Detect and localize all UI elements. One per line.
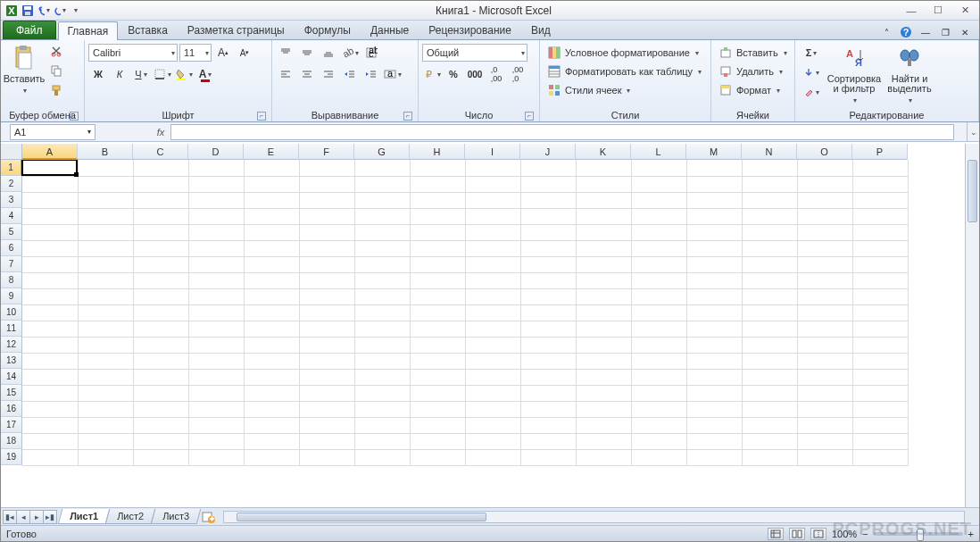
cell[interactable] [520,208,576,224]
cell[interactable] [188,272,244,288]
cell[interactable] [576,321,631,337]
cell[interactable] [465,224,520,240]
clipboard-dialog-launcher[interactable]: ⌐ [70,112,79,121]
view-page-break-icon[interactable] [810,528,826,540]
column-header[interactable]: O [797,144,852,160]
cell[interactable] [188,353,244,369]
cell[interactable] [188,417,244,433]
cell[interactable] [78,433,133,449]
cell[interactable] [576,353,631,369]
cell[interactable] [465,353,520,369]
cell[interactable] [852,449,908,465]
save-icon[interactable] [21,4,35,18]
cell[interactable] [520,433,576,449]
row-header[interactable]: 14 [1,369,22,385]
cell[interactable] [576,288,631,304]
fill-button[interactable]: ▾ [799,63,824,81]
cell[interactable] [188,256,244,272]
cell[interactable] [797,369,852,385]
cell[interactable] [686,192,742,208]
row-header[interactable]: 11 [1,321,22,337]
cell[interactable] [465,256,520,272]
cell[interactable] [410,208,465,224]
name-box[interactable]: A1▾ [10,124,96,140]
window-minimize-icon[interactable]: — [918,25,933,39]
cell[interactable] [631,353,686,369]
align-middle-icon[interactable] [297,44,317,62]
cell[interactable] [742,337,797,353]
cell[interactable] [797,224,852,240]
cell[interactable] [78,272,133,288]
cell[interactable] [188,433,244,449]
cell[interactable] [852,433,908,449]
cell[interactable] [631,321,686,337]
cell[interactable] [686,385,742,401]
percent-format-icon[interactable]: % [444,65,463,83]
cell[interactable] [742,385,797,401]
cell[interactable] [22,160,78,176]
cell[interactable] [299,304,354,321]
insert-cells-button[interactable]: Вставить▾ [715,44,791,62]
cell[interactable] [354,304,410,321]
row-header[interactable]: 16 [1,401,22,417]
cell[interactable] [299,321,354,337]
cell[interactable] [576,417,631,433]
cell[interactable] [22,385,78,401]
cell[interactable] [78,224,133,240]
cell[interactable] [299,176,354,192]
cell[interactable] [354,160,410,176]
cell[interactable] [410,449,465,465]
cell[interactable] [520,240,576,256]
cell[interactable] [520,288,576,304]
cell[interactable] [78,288,133,304]
cell[interactable] [465,304,520,321]
cell[interactable] [22,417,78,433]
sort-filter-button[interactable]: АЯ Сортировка и фильтр▾ [826,42,882,106]
tab-data[interactable]: Данные [361,21,419,39]
cell[interactable] [852,417,908,433]
row-header[interactable]: 6 [1,240,22,256]
tab-page-layout[interactable]: Разметка страницы [178,21,295,39]
cell[interactable] [631,288,686,304]
tab-insert[interactable]: Вставка [118,21,178,39]
cell[interactable] [686,449,742,465]
cell[interactable] [78,449,133,465]
cell[interactable] [299,288,354,304]
cell[interactable] [797,256,852,272]
cell[interactable] [465,192,520,208]
cell[interactable] [244,224,299,240]
column-header[interactable]: N [742,144,797,160]
cell[interactable] [188,449,244,465]
cell[interactable] [22,176,78,192]
window-restore-icon[interactable]: ❐ [938,25,952,39]
decrease-indent-icon[interactable] [340,65,360,83]
cell[interactable] [797,192,852,208]
tab-view[interactable]: Вид [521,21,561,39]
cell[interactable] [410,256,465,272]
cell[interactable] [631,208,686,224]
sheet-tab[interactable]: Лист1 [58,509,111,524]
cell[interactable] [244,449,299,465]
cell[interactable] [133,256,188,272]
cell[interactable] [686,288,742,304]
cell[interactable] [410,240,465,256]
cell[interactable] [576,304,631,321]
cell[interactable] [354,417,410,433]
qat-customize-icon[interactable]: ▾ [69,4,83,18]
cell[interactable] [22,401,78,417]
cell[interactable] [576,192,631,208]
underline-button[interactable]: Ч▾ [131,65,151,83]
row-header[interactable]: 10 [1,304,22,321]
italic-button[interactable]: К [110,65,129,83]
cell[interactable] [354,385,410,401]
cell[interactable] [188,385,244,401]
find-select-button[interactable]: Найти и выделить▾ [884,42,934,106]
cell[interactable] [78,353,133,369]
cell[interactable] [797,353,852,369]
cell[interactable] [576,224,631,240]
orientation-icon[interactable]: ab▾ [340,44,360,62]
formula-input[interactable] [170,124,954,140]
cell[interactable] [244,288,299,304]
cell[interactable] [742,321,797,337]
cell[interactable] [686,433,742,449]
